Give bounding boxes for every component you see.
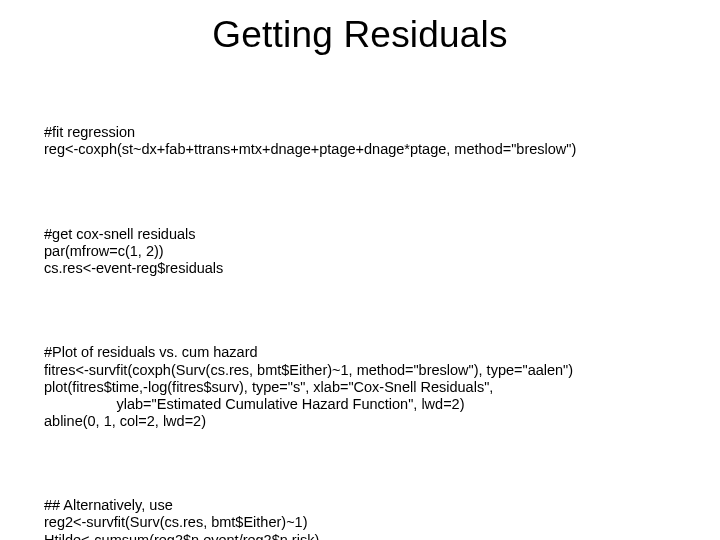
code-line: reg<-coxph(st~dx+fab+ttrans+mtx+dnage+pt… [44,141,576,157]
code-line: ## Alternatively, use [44,497,173,513]
code-block-1: #fit regression reg<-coxph(st~dx+fab+ttr… [44,124,676,158]
code-line: #Plot of residuals vs. cum hazard [44,344,258,360]
slide-title: Getting Residuals [44,14,676,56]
code-block-4: ## Alternatively, use reg2<-survfit(Surv… [44,497,676,540]
code-line: plot(fitres$time,-log(fitres$surv), type… [44,379,493,395]
code-line: fitres<-survfit(coxph(Surv(cs.res, bmt$E… [44,362,573,378]
code-line: abline(0, 1, col=2, lwd=2) [44,413,206,429]
code-line: par(mfrow=c(1, 2)) [44,243,164,259]
code-line: #fit regression [44,124,135,140]
code-block-2: #get cox-snell residuals par(mfrow=c(1, … [44,226,676,277]
code-line: Htilde<-cumsum(reg2$n.event/reg2$n.risk) [44,532,319,540]
code-line: reg2<-survfit(Surv(cs.res, bmt$Either)~1… [44,514,308,530]
code-block-3: #Plot of residuals vs. cum hazard fitres… [44,344,676,430]
code-line: cs.res<-event-reg$residuals [44,260,223,276]
code-body: #fit regression reg<-coxph(st~dx+fab+ttr… [44,90,676,540]
code-line: ylab="Estimated Cumulative Hazard Functi… [44,396,465,412]
slide: Getting Residuals #fit regression reg<-c… [0,0,720,540]
code-line: #get cox-snell residuals [44,226,196,242]
